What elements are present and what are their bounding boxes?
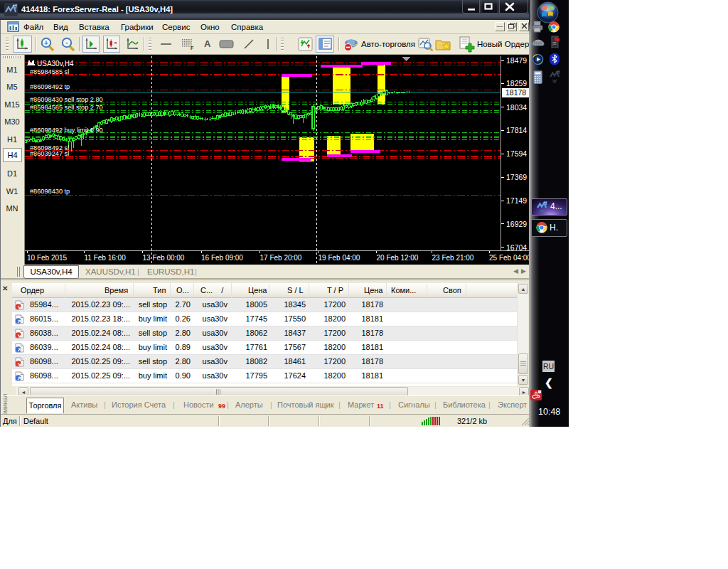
svg-text:+: + — [44, 39, 48, 47]
svg-text:-: - — [65, 38, 68, 46]
svg-text:16 Feb 09:00: 16 Feb 09:00 — [201, 254, 243, 262]
svg-text:19 Feb 04:00: 19 Feb 04:00 — [318, 254, 360, 262]
svg-text:20 Feb 12:00: 20 Feb 12:00 — [377, 254, 419, 262]
svg-text:#86039247 sl: #86039247 sl — [30, 150, 69, 157]
svg-text:18259: 18259 — [506, 79, 527, 87]
svg-text:17149: 17149 — [506, 196, 527, 205]
svg-text:#85984585 sl: #85984585 sl — [30, 68, 69, 75]
svg-text:17814: 17814 — [506, 126, 527, 134]
svg-text:#86098430 tp: #86098430 tp — [30, 188, 70, 195]
svg-text:17 Feb 20:00: 17 Feb 20:00 — [260, 254, 302, 262]
svg-text:13 Feb 00:00: 13 Feb 00:00 — [143, 254, 185, 262]
svg-text:16704: 16704 — [506, 243, 527, 252]
svg-text:#86098492 tp: #86098492 tp — [30, 83, 70, 90]
svg-text:17369: 17369 — [506, 173, 527, 181]
svg-text:18178: 18178 — [505, 88, 526, 97]
svg-text:USA30v,H4: USA30v,H4 — [37, 60, 74, 68]
svg-text:11 Feb 16:00: 11 Feb 16:00 — [85, 254, 127, 262]
svg-text:23 Feb 21:00: 23 Feb 21:00 — [432, 254, 474, 262]
svg-text:17594: 17594 — [506, 149, 527, 158]
svg-text:#86098430 sell stop 2.80: #86098430 sell stop 2.80 — [30, 96, 103, 103]
svg-text:18479: 18479 — [506, 56, 527, 65]
svg-text:18034: 18034 — [506, 103, 527, 112]
svg-text:#86098492 buy limit 0.90: #86098492 buy limit 0.90 — [30, 127, 103, 134]
svg-text:16929: 16929 — [506, 220, 527, 228]
svg-text:10 Feb 2015: 10 Feb 2015 — [27, 254, 68, 262]
svg-text:F: F — [191, 46, 194, 50]
svg-text:#85984585 sell stop 2.70: #85984585 sell stop 2.70 — [30, 104, 103, 111]
svg-text:25 Feb 04:00: 25 Feb 04:00 — [489, 254, 530, 262]
